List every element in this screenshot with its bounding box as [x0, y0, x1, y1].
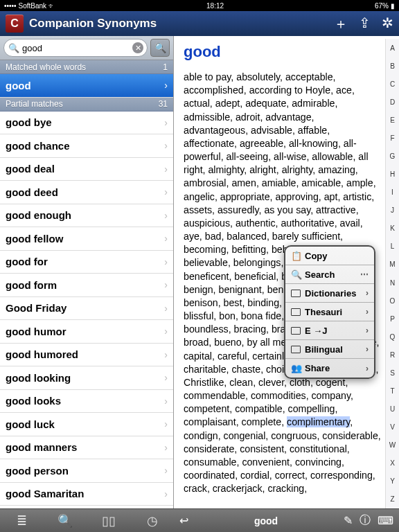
chevron-right-icon: ⋯: [360, 269, 369, 279]
index-F[interactable]: F: [385, 129, 399, 147]
index-V[interactable]: V: [385, 418, 399, 436]
highlighted-word[interactable]: complimentary: [287, 416, 350, 427]
index-R[interactable]: R: [385, 346, 399, 364]
index-O[interactable]: O: [385, 292, 399, 310]
chevron-right-icon: ›: [366, 326, 369, 335]
context-menu: 📋Copy🔍Search⋯Dictionaries›Thesauri›E →J›…: [284, 245, 375, 379]
chevron-right-icon: ›: [164, 349, 168, 360]
section-matched: Matched whole words 1: [0, 60, 173, 74]
partial-list: good bye›good chance›good deal›good deed…: [0, 112, 173, 509]
content-pane: good able to pay, absolutely, acceptable…: [174, 36, 399, 508]
index-A[interactable]: A: [385, 39, 399, 57]
keyboard-button[interactable]: ⌨: [378, 514, 393, 527]
list-item[interactable]: good manners›: [0, 436, 173, 460]
menu-share[interactable]: 👥Share›: [285, 359, 374, 378]
menu-dictionaries[interactable]: Dictionaries›: [285, 284, 374, 303]
list-item[interactable]: good person›: [0, 459, 173, 483]
list-item-selected[interactable]: good ›: [0, 74, 173, 98]
definition-title: good: [184, 43, 381, 61]
search-bar: 🔍 good ✕ 🔍: [0, 36, 173, 60]
search-input[interactable]: 🔍 good ✕: [3, 39, 148, 57]
list-item[interactable]: good enough›: [0, 204, 173, 228]
search-icon: 🔍: [8, 43, 19, 53]
footer: ≣ 🔍 ▯▯ ◷ ↩ good ✎ ⓘ ⌨: [0, 508, 399, 532]
chevron-right-icon: ›: [164, 418, 168, 429]
index-Z[interactable]: Z: [385, 490, 399, 508]
chevron-right-icon: ›: [164, 256, 168, 267]
status-bar: ••••• SoftBank ᯤ 18:12 67% ▮: [0, 0, 399, 11]
menu-search[interactable]: 🔍Search⋯: [285, 265, 374, 284]
index-Y[interactable]: Y: [385, 472, 399, 490]
index-P[interactable]: P: [385, 310, 399, 328]
list-item[interactable]: Good Friday›: [0, 297, 173, 321]
back-button[interactable]: ↩: [179, 514, 188, 527]
index-L[interactable]: L: [385, 238, 399, 256]
index-B[interactable]: B: [385, 57, 399, 75]
index-N[interactable]: N: [385, 274, 399, 292]
search-value: good: [22, 43, 42, 53]
list-item[interactable]: good humored›: [0, 344, 173, 367]
chevron-right-icon: ›: [164, 80, 168, 91]
battery-icon: ▮: [391, 2, 395, 10]
index-G[interactable]: G: [385, 147, 399, 165]
app-logo-icon: C: [6, 15, 24, 33]
menu-copy[interactable]: 📋Copy: [285, 247, 374, 265]
index-H[interactable]: H: [385, 166, 399, 184]
index-J[interactable]: J: [385, 202, 399, 220]
index-E[interactable]: E: [385, 111, 399, 129]
index-S[interactable]: S: [385, 364, 399, 382]
clear-search-button[interactable]: ✕: [132, 42, 143, 53]
list-item[interactable]: good humor›: [0, 320, 173, 344]
chevron-right-icon: ›: [164, 210, 168, 221]
footer-title: good: [195, 515, 337, 526]
list-item[interactable]: good deal›: [0, 158, 173, 181]
list-item[interactable]: good looking›: [0, 366, 173, 390]
history-button[interactable]: ◷: [130, 509, 174, 532]
chevron-right-icon: ›: [366, 288, 369, 298]
index-U[interactable]: U: [385, 400, 399, 418]
list-item[interactable]: good form›: [0, 274, 173, 297]
index-T[interactable]: T: [385, 382, 399, 400]
chevron-right-icon: ›: [366, 344, 369, 354]
chevron-right-icon: ›: [366, 364, 369, 373]
menu-ej[interactable]: E →J›: [285, 321, 374, 340]
settings-button[interactable]: ✲: [382, 15, 393, 33]
search-go-button[interactable]: 🔍: [150, 39, 170, 57]
list-item[interactable]: good fellow›: [0, 227, 173, 251]
list-item[interactable]: good for›: [0, 251, 173, 274]
index-M[interactable]: M: [385, 256, 399, 274]
sidebar: 🔍 good ✕ 🔍 Matched whole words 1 good › …: [0, 36, 174, 508]
clock: 18:12: [206, 2, 224, 10]
section-partial: Partial matches 31: [0, 98, 173, 112]
share-button[interactable]: ⇪: [359, 15, 371, 33]
add-button[interactable]: ＋: [334, 15, 348, 33]
menu-thesauri[interactable]: Thesauri›: [285, 303, 374, 321]
menu-bilingual[interactable]: Bilingual›: [285, 340, 374, 359]
signal-icon: •••••: [4, 2, 17, 10]
info-button[interactable]: ⓘ: [360, 513, 371, 528]
index-I[interactable]: I: [385, 184, 399, 202]
menu-button[interactable]: ≣: [0, 509, 44, 532]
index-Q[interactable]: Q: [385, 328, 399, 346]
bookmarks-button[interactable]: ▯▯: [87, 509, 131, 532]
index-W[interactable]: W: [385, 436, 399, 454]
list-item[interactable]: good bye›: [0, 112, 173, 135]
index-D[interactable]: D: [385, 93, 399, 111]
list-item[interactable]: good Samaritan›: [0, 483, 173, 506]
list-item[interactable]: good chance›: [0, 134, 173, 158]
list-item[interactable]: good looks›: [0, 390, 173, 414]
app-header: C Companion Synonyms ＋ ⇪ ✲: [0, 11, 399, 36]
edit-button[interactable]: ✎: [344, 514, 353, 527]
carrier-label: SoftBank: [19, 2, 47, 10]
chevron-right-icon: ›: [164, 442, 168, 453]
index-K[interactable]: K: [385, 220, 399, 238]
chevron-right-icon: ›: [366, 307, 369, 317]
app-title: Companion Synonyms: [29, 17, 334, 30]
battery-label: 67%: [375, 2, 389, 10]
footer-left: ≣ 🔍 ▯▯ ◷: [0, 508, 174, 532]
index-X[interactable]: X: [385, 454, 399, 472]
index-C[interactable]: C: [385, 75, 399, 93]
search-tab-button[interactable]: 🔍: [44, 509, 87, 532]
list-item[interactable]: good deed›: [0, 181, 173, 204]
list-item[interactable]: good luck›: [0, 413, 173, 436]
